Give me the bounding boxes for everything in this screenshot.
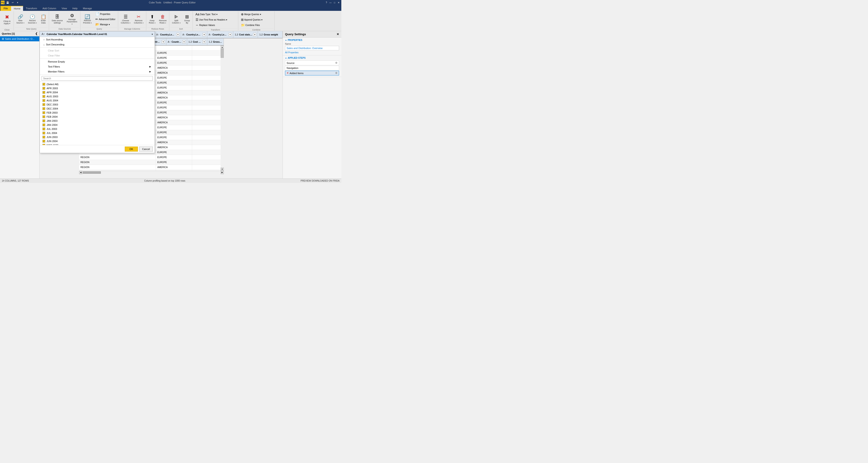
minimize-btn[interactable]: — bbox=[329, 1, 332, 4]
split-column-button[interactable]: ⫸ SplitColumn ▾ bbox=[170, 12, 182, 26]
checkbox-aug-2004[interactable]: ✓ AUG 2004 bbox=[40, 98, 155, 103]
th-country1[interactable]: A↑ Country.Level 01 ▾ bbox=[155, 31, 181, 38]
text-filters-item[interactable]: Text Filters ▶ bbox=[40, 64, 155, 69]
sort-ascending-item[interactable]: ↑ Sort Ascending bbox=[40, 37, 155, 42]
th-cost-stats-filter-icon[interactable]: ▾ bbox=[253, 33, 256, 36]
tab-transform[interactable]: Transform bbox=[23, 6, 40, 11]
close-apply-button[interactable]: ✖ Close &Apply ▾ bbox=[1, 12, 13, 28]
sort-descending-item[interactable]: ↓ Sort Descending bbox=[40, 42, 155, 47]
checkbox-select-all[interactable]: ✓ (Select All) bbox=[40, 82, 155, 86]
help-btn[interactable]: ? bbox=[324, 1, 328, 4]
table-cell bbox=[192, 130, 224, 135]
checkbox-jul-2003[interactable]: ✓ JUL 2003 bbox=[40, 127, 155, 131]
scroll-left-btn[interactable]: ◀ bbox=[79, 171, 82, 174]
checkbox-apr-2004-box: ✓ bbox=[42, 91, 45, 94]
qa-save-btn[interactable]: 💾 bbox=[5, 1, 10, 4]
remove-columns-button[interactable]: ✂ RemoveColumns ▾ bbox=[132, 12, 145, 26]
checkbox-feb-2004[interactable]: ✓ FEB 2004 bbox=[40, 115, 155, 119]
step-added-items-gear-icon[interactable]: ⚙ bbox=[335, 72, 338, 74]
settings-close-icon[interactable]: ✕ bbox=[337, 33, 339, 36]
table-row[interactable]: REGIONEUROPEEngland22157663 bbox=[79, 160, 224, 165]
tab-add-column[interactable]: Add Column bbox=[40, 6, 59, 11]
th-country3[interactable]: A↑ Country.Level 03 ▾ bbox=[207, 31, 234, 38]
qa-dropdown-btn[interactable]: ▾ bbox=[16, 1, 20, 4]
checkbox-jun-2003[interactable]: ✓ JUN 2003 bbox=[40, 135, 155, 139]
combine-files-button[interactable]: 📁 Combine Files bbox=[239, 23, 261, 28]
member-filters-item[interactable]: Member Filters ▶ bbox=[40, 69, 155, 74]
data-type-button[interactable]: Aa Data Type: Text ▾ bbox=[194, 12, 219, 17]
query-name-input[interactable] bbox=[285, 46, 339, 51]
th-gw[interactable]: 1.2 Gross weight bbox=[207, 38, 224, 45]
th-c2-filter-icon[interactable]: ▾ bbox=[162, 40, 165, 43]
recent-sources-button[interactable]: 🕐 RecentSources ▾ bbox=[26, 12, 39, 26]
applied-steps-collapse-icon[interactable]: ▲ bbox=[285, 57, 287, 59]
scroll-right-btn[interactable]: ▶ bbox=[221, 171, 224, 174]
checkbox-dec-2003[interactable]: ✓ DEC 2003 bbox=[40, 103, 155, 107]
filter-search-input[interactable] bbox=[41, 76, 153, 80]
use-first-row-button[interactable]: ☰ Use First Row as Headers ▾ bbox=[194, 17, 229, 22]
new-source-button[interactable]: 🔗 NewSource ▾ bbox=[15, 12, 26, 26]
tab-file[interactable]: File bbox=[0, 6, 11, 11]
refresh-preview-button[interactable]: 🔄 RefreshPreview ▾ bbox=[82, 12, 94, 26]
step-source-gear-icon[interactable]: ⚙ bbox=[335, 61, 338, 64]
checkbox-jan-2004[interactable]: ✓ JAN 2004 bbox=[40, 123, 155, 127]
th-country2[interactable]: A↑ Country.Level 02 ▾ bbox=[181, 31, 207, 38]
th-cs-filter-icon[interactable]: ▾ bbox=[203, 40, 206, 43]
scroll-thumb-v[interactable] bbox=[221, 49, 224, 58]
checkbox-aug-2003[interactable]: ✓ AUG 2003 bbox=[40, 94, 155, 98]
th-country1-filter-icon[interactable]: ▾ bbox=[176, 33, 180, 36]
keep-rows-button[interactable]: ⬆ KeepRows ▾ bbox=[147, 12, 157, 26]
query-item-sales[interactable]: ⊞ Sales and Distribution: O... bbox=[0, 36, 39, 41]
scroll-down-btn[interactable]: ▼ bbox=[221, 168, 224, 171]
maximize-btn[interactable]: □ bbox=[333, 1, 336, 4]
manage-button[interactable]: 📂 Manage ▾ bbox=[94, 22, 117, 27]
manage-parameters-button[interactable]: ⚙ ManageParameters ▾ bbox=[65, 12, 79, 26]
th-country3-filter-icon[interactable]: ▾ bbox=[228, 33, 232, 36]
table-row[interactable]: REGIONAMERICAUSA25350099 bbox=[79, 165, 224, 170]
th-cost-stats[interactable]: 1.2 Cost stats currency ▾ bbox=[233, 31, 258, 38]
checkbox-feb-2003[interactable]: ✓ FEB 2003 bbox=[40, 111, 155, 115]
step-navigation[interactable]: Navigation bbox=[285, 66, 339, 70]
h-scroll-thumb[interactable] bbox=[83, 171, 101, 174]
group-by-button[interactable]: ⊞ GroupBy bbox=[183, 12, 192, 26]
step-added-items[interactable]: ✕ Added Items ⚙ bbox=[285, 71, 339, 75]
tab-home[interactable]: Home bbox=[11, 6, 23, 11]
filter-cancel-button[interactable]: Cancel bbox=[139, 146, 153, 152]
append-queries-button[interactable]: ⊞ Append Queries ▾ bbox=[239, 17, 264, 22]
tab-view[interactable]: View bbox=[59, 6, 70, 11]
th-cs[interactable]: 1.2 Cost stats currency ▾ bbox=[187, 38, 207, 45]
tab-manage[interactable]: Manage bbox=[80, 6, 95, 11]
table-row[interactable]: REGIONEUROPEFrance12613687 bbox=[79, 155, 224, 160]
advanced-editor-button[interactable]: ✏ Advanced Editor bbox=[94, 17, 117, 22]
choose-columns-button[interactable]: ☰ ChooseColumns ▾ bbox=[119, 12, 132, 26]
ribbon-group-reduce-rows: ⬆ KeepRows ▾ 🗑 RemoveRows ▾ Reduce Rows bbox=[147, 11, 169, 31]
checkbox-jan-2003[interactable]: ✓ JAN 2003 bbox=[40, 119, 155, 123]
checkbox-mar-1030[interactable]: ✓ MAR 1030 bbox=[40, 143, 155, 145]
remove-rows-button[interactable]: 🗑 RemoveRows ▾ bbox=[158, 12, 168, 26]
replace-values-button[interactable]: ↔ Replace Values bbox=[194, 23, 217, 28]
remove-empty-item[interactable]: Remove Empty bbox=[40, 59, 155, 64]
close-btn[interactable]: ✕ bbox=[337, 1, 340, 4]
scroll-up-btn[interactable]: ▲ bbox=[221, 45, 224, 49]
collapse-queries-button[interactable]: ❮ bbox=[35, 32, 37, 35]
qa-undo-btn[interactable]: ↩ bbox=[10, 1, 15, 4]
checkbox-apr-2004[interactable]: ✓ APR 2004 bbox=[40, 90, 155, 94]
checkbox-dec-2004[interactable]: ✓ DEC 2004 bbox=[40, 107, 155, 111]
properties-collapse-icon[interactable]: ▲ bbox=[285, 39, 287, 41]
checkbox-jun-2004[interactable]: ✓ JUN 2004 bbox=[40, 139, 155, 143]
filter-col-dropdown-arrow[interactable]: ▾ bbox=[152, 33, 153, 35]
th-country2-filter-icon[interactable]: ▾ bbox=[203, 33, 206, 36]
properties-button[interactable]: 📄 Properties bbox=[94, 11, 117, 16]
step-source[interactable]: Source ⚙ bbox=[285, 61, 339, 65]
checkbox-jul-2004[interactable]: ✓ JUL 2004 bbox=[40, 131, 155, 135]
checkbox-apr-2003[interactable]: ✓ APR 2003 bbox=[40, 86, 155, 90]
enter-data-button[interactable]: 📋 EnterData bbox=[39, 12, 48, 26]
th-c3-filter-icon[interactable]: ▾ bbox=[182, 40, 186, 43]
all-properties-link[interactable]: All Properties bbox=[285, 51, 339, 54]
merge-queries-button[interactable]: ⊕ Merge Queries ▾ bbox=[239, 12, 263, 17]
filter-ok-button[interactable]: OK bbox=[125, 146, 138, 152]
th-gross-weight[interactable]: 1.2 Gross weight bbox=[258, 31, 283, 38]
data-source-settings-button[interactable]: 🗄 Data sourcesettings bbox=[50, 12, 64, 26]
tab-help[interactable]: Help bbox=[70, 6, 80, 11]
th-c3[interactable]: A↑ Country.Level 03 ▾ bbox=[166, 38, 187, 45]
